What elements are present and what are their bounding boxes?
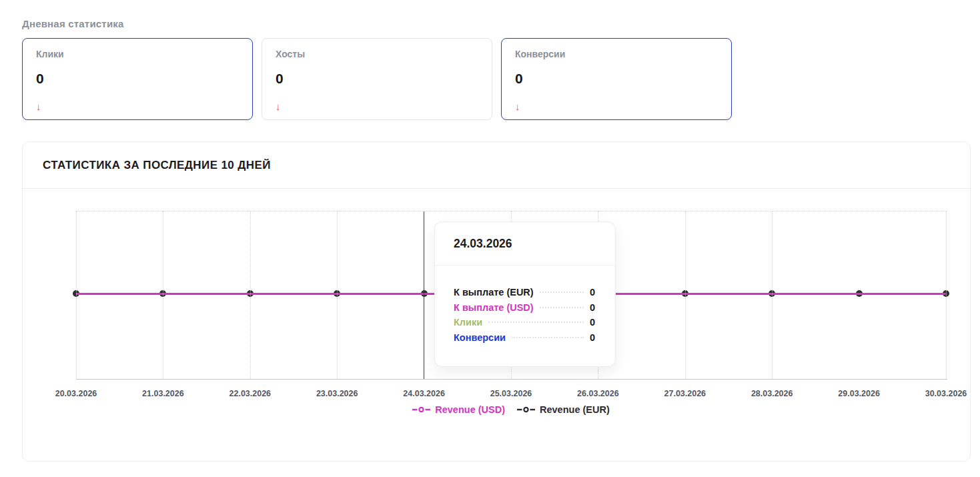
legend-item-revenue-usd[interactable]: Revenue (USD) — [412, 404, 505, 415]
chart-legend: Revenue (USD) Revenue (EUR) — [76, 404, 946, 415]
chart-tooltip: 24.03.2026 К выплате (EUR) 0 К выплате (… — [434, 221, 616, 367]
chart-card-header: СТАТИСТИКА ЗА ПОСЛЕДНИЕ 10 ДНЕЙ — [23, 142, 970, 189]
legend-label: Revenue (EUR) — [540, 404, 610, 415]
trend-down-icon: ↓ — [36, 101, 41, 112]
stat-card-label: Клики — [36, 49, 239, 59]
tooltip-row-value: 0 — [590, 287, 595, 298]
top-gridline — [76, 211, 946, 211]
x-axis-tick-label: 24.03.2026 — [391, 389, 458, 398]
trend-down-icon: ↓ — [276, 101, 281, 112]
vertical-gridline — [76, 211, 77, 379]
x-axis-tick-label: 27.03.2026 — [652, 389, 718, 398]
tooltip-date: 24.03.2026 — [454, 237, 596, 251]
tooltip-row-label: Клики — [454, 317, 482, 328]
tooltip-row: Клики 0 — [454, 317, 595, 332]
stat-card-value: 0 — [515, 71, 718, 87]
x-axis-tick-label: 20.03.2026 — [43, 389, 109, 398]
legend-label: Revenue (USD) — [435, 404, 505, 415]
x-axis-tick-label: 25.03.2026 — [478, 389, 544, 398]
tooltip-row-label: Конверсии — [454, 332, 506, 343]
hover-crosshair-line — [424, 211, 425, 379]
x-axis-tick-label: 23.03.2026 — [304, 389, 370, 398]
x-axis-tick-label: 30.03.2026 — [913, 389, 979, 398]
legend-item-revenue-eur[interactable]: Revenue (EUR) — [517, 404, 610, 415]
vertical-gridline — [946, 211, 947, 379]
dashboard-page: Дневная статистика Клики 0 ↓ Хосты 0 ↓ К… — [0, 0, 980, 477]
tooltip-leader-dots — [540, 292, 584, 293]
stat-card-hosts[interactable]: Хосты 0 ↓ — [262, 38, 492, 120]
stat-card-label: Конверсии — [515, 49, 718, 59]
vertical-gridline — [772, 211, 773, 379]
x-axis-tick-label: 29.03.2026 — [826, 389, 893, 398]
x-axis-line — [76, 379, 947, 380]
x-axis-tick-label: 21.03.2026 — [129, 389, 196, 398]
tooltip-row-value: 0 — [590, 302, 595, 313]
stat-card-conversions[interactable]: Конверсии 0 ↓ — [501, 38, 732, 120]
tooltip-rows: К выплате (EUR) 0 К выплате (USD) 0 Клик… — [454, 287, 595, 347]
tooltip-row-label: К выплате (EUR) — [454, 287, 534, 298]
line-point-marker-icon — [517, 406, 535, 413]
tooltip-row: Конверсии 0 — [454, 332, 595, 348]
vertical-gridline — [685, 211, 686, 379]
tooltip-leader-dots — [488, 322, 584, 323]
stat-card-clicks[interactable]: Клики 0 ↓ — [22, 38, 253, 120]
vertical-gridline — [337, 211, 338, 379]
chart-plot-area[interactable]: 30.03.202629.03.202628.03.202627.03.2026… — [23, 189, 970, 461]
tooltip-row: К выплате (EUR) 0 — [454, 287, 595, 302]
tooltip-leader-dots — [512, 337, 584, 338]
tooltip-row-label: К выплате (USD) — [454, 302, 534, 313]
tooltip-row-value: 0 — [590, 332, 595, 343]
chart-card: СТАТИСТИКА ЗА ПОСЛЕДНИЕ 10 ДНЕЙ 30.03.20… — [22, 141, 971, 462]
tooltip-divider — [435, 265, 615, 266]
vertical-gridline — [250, 211, 251, 379]
trend-down-icon: ↓ — [515, 101, 520, 112]
daily-stats-cards: Клики 0 ↓ Хосты 0 ↓ Конверсии 0 ↓ — [22, 38, 732, 120]
stat-card-label: Хосты — [276, 49, 478, 59]
tooltip-leader-dots — [540, 307, 584, 308]
tooltip-row: К выплате (USD) 0 — [454, 302, 595, 318]
stat-card-value: 0 — [36, 71, 239, 87]
stat-card-value: 0 — [276, 71, 478, 87]
vertical-gridline — [163, 211, 163, 379]
x-axis-tick-label: 22.03.2026 — [217, 389, 284, 398]
daily-stats-title: Дневная статистика — [22, 18, 124, 29]
x-axis-tick-label: 28.03.2026 — [739, 389, 805, 398]
chart-title: СТАТИСТИКА ЗА ПОСЛЕДНИЕ 10 ДНЕЙ — [43, 159, 271, 172]
x-axis-tick-label: 26.03.2026 — [564, 389, 631, 398]
tooltip-row-value: 0 — [590, 317, 595, 328]
line-point-marker-icon — [412, 406, 430, 413]
